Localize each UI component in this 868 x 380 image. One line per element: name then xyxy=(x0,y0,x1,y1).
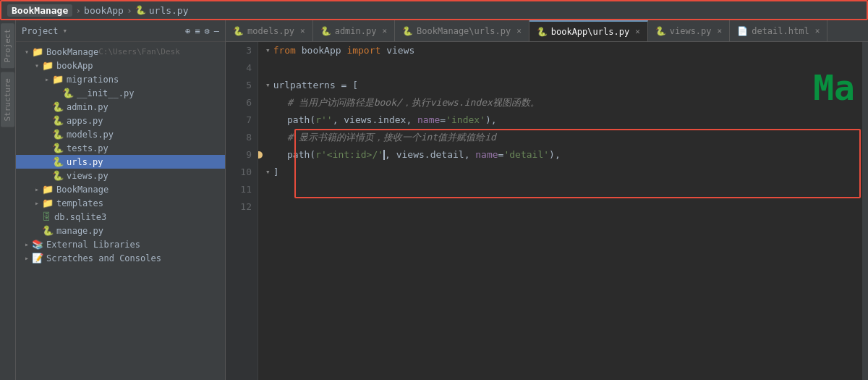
tab-label-ba-urls: bookApp\urls.py xyxy=(551,27,629,37)
tab-close-models[interactable]: ✕ xyxy=(300,26,305,35)
comment-6: # 当用户访问路径是book/，执行views.index视图函数。 xyxy=(287,94,540,111)
views-index: views.index xyxy=(344,111,406,129)
arrow-bookmanage: ▾ xyxy=(22,48,32,56)
code-line-8: # 显示书籍的详情页，接收一个int值并赋值给id xyxy=(265,129,862,146)
tree-item-bookapp[interactable]: ▾ 📁 bookApp xyxy=(16,59,225,72)
tab-label-views: views.py xyxy=(670,26,712,36)
views-detail: views.detail xyxy=(396,146,464,164)
space-3 xyxy=(380,42,386,59)
breadcrumb-bookmanage[interactable]: BookManage xyxy=(7,4,72,17)
tree-item-models[interactable]: 🐍 models.py xyxy=(16,127,225,141)
tree-item-apps[interactable]: 🐍 apps.py xyxy=(16,114,225,127)
tree-item-manage[interactable]: 🐍 manage.py xyxy=(16,224,225,237)
tree-item-templates[interactable]: ▸ 📁 templates xyxy=(16,196,225,210)
structure-tab[interactable]: Structure xyxy=(1,72,14,127)
equals: = xyxy=(336,77,352,94)
arrow-migrations: ▸ xyxy=(42,75,52,83)
tab-models[interactable]: 🐍 models.py ✕ xyxy=(226,20,313,41)
tab-close-bm-urls[interactable]: ✕ xyxy=(516,26,522,35)
tab-icon-bm-urls: 🐍 xyxy=(402,26,413,36)
scratches-icon: 📝 xyxy=(32,253,43,263)
label-urls: urls.py xyxy=(67,157,103,167)
eq-9: = xyxy=(498,146,504,164)
tree-item-migrations[interactable]: ▸ 📁 migrations xyxy=(16,72,225,86)
editor-area: 🐍 models.py ✕ 🐍 admin.py ✕ 🐍 BookManage\… xyxy=(226,20,868,380)
comma-9b: , xyxy=(464,146,476,164)
tree-item-bookmanage-root[interactable]: ▾ 📁 BookManage C:\Users\Fan\Desk xyxy=(16,45,225,59)
tab-close-views[interactable]: ✕ xyxy=(718,26,723,35)
breadcrumb-urls[interactable]: urls.py xyxy=(149,5,189,16)
sidebar: Project ▾ ⊕ ≡ ⚙ — ▾ 📁 BookManage C:\User… xyxy=(16,20,226,380)
settings-icon[interactable]: ⚙ xyxy=(205,26,210,36)
folder-icon-bookmanage-sub: 📁 xyxy=(42,184,54,195)
tab-admin[interactable]: 🐍 admin.py ✕ xyxy=(313,20,395,41)
ma-logo: Ma xyxy=(813,67,855,108)
breadcrumb-bookapp[interactable]: bookApp xyxy=(84,5,124,16)
py-icon-views: 🐍 xyxy=(52,170,64,181)
tree-item-scratches[interactable]: ▸ 📝 Scratches and Consoles xyxy=(16,251,225,265)
line-num-8: 8 xyxy=(231,129,252,146)
collapse-icon[interactable]: ≡ xyxy=(195,26,200,36)
scrollbar[interactable] xyxy=(862,42,868,380)
tab-icon-detail: 📄 xyxy=(737,26,748,36)
code-line-7: path ( r'' , views.index , name = 'index… xyxy=(265,111,862,129)
tree-item-urls[interactable]: 🐍 urls.py xyxy=(16,155,225,169)
tree-item-views[interactable]: 🐍 views.py xyxy=(16,169,225,182)
fold-arrow-3: ▾ xyxy=(265,42,271,59)
tab-icon-views: 🐍 xyxy=(655,26,666,36)
py-icon-manage: 🐍 xyxy=(42,225,54,236)
str-int-id: r'<int:id>/' xyxy=(315,146,383,164)
space-2 xyxy=(341,42,347,59)
breadcrumb-sep-2: › xyxy=(127,5,132,16)
label-templates: templates xyxy=(56,198,103,208)
path-bookmanage: C:\Users\Fan\Desk xyxy=(98,47,180,56)
project-tab[interactable]: Project xyxy=(1,23,14,68)
open-bracket: [ xyxy=(352,77,358,94)
tab-label-admin: admin.py xyxy=(335,26,377,36)
arrow-templates: ▸ xyxy=(32,199,42,207)
tab-bookmanage-urls[interactable]: 🐍 BookManage\urls.py ✕ xyxy=(395,20,529,41)
arrow-external-libs: ▸ xyxy=(22,240,32,248)
folder-icon-templates: 📁 xyxy=(42,198,54,208)
arrow-bookmanage-sub: ▸ xyxy=(32,185,42,193)
py-icon-apps: 🐍 xyxy=(52,115,64,126)
code-editor[interactable]: 3 4 5 6 7 8 9 10 11 12 ▾ from xyxy=(226,42,868,380)
paren-open-7: ( xyxy=(310,111,315,129)
tree-item-admin[interactable]: 🐍 admin.py xyxy=(16,100,225,114)
label-db: db.sqlite3 xyxy=(54,212,106,222)
vertical-tabs: Project Structure xyxy=(0,20,16,380)
tab-close-admin[interactable]: ✕ xyxy=(382,26,387,35)
label-migrations: migrations xyxy=(67,75,119,85)
file-icon: 🐍 xyxy=(135,5,146,15)
line-num-6: 6 xyxy=(231,94,252,111)
paren-open-9: ( xyxy=(310,146,315,164)
tree-item-init[interactable]: 🐍 __init__.py xyxy=(16,86,225,100)
tab-detail-html[interactable]: 📄 detail.html ✕ xyxy=(730,20,827,41)
code-line-6: # 当用户访问路径是book/，执行views.index视图函数。 xyxy=(265,94,862,111)
tab-views[interactable]: 🐍 views.py ✕ xyxy=(648,20,730,41)
locate-icon[interactable]: ⊕ xyxy=(185,26,190,36)
tab-close-detail[interactable]: ✕ xyxy=(815,26,820,35)
code-line-3: ▾ from bookApp import views xyxy=(265,42,862,59)
tree-item-tests[interactable]: 🐍 tests.py xyxy=(16,141,225,155)
tree-item-external-libs[interactable]: ▸ 📚 External Libraries xyxy=(16,237,225,251)
tab-bookapp-urls[interactable]: 🐍 bookApp\urls.py ✕ xyxy=(529,20,648,41)
module-bookapp: bookApp xyxy=(302,42,341,59)
path-func-9: path xyxy=(287,146,310,164)
line-num-3: 3 xyxy=(231,42,252,59)
import-views: views xyxy=(386,42,414,59)
tab-close-ba-urls[interactable]: ✕ xyxy=(635,27,640,36)
line-num-11: 11 xyxy=(231,181,252,198)
arrow-bookapp: ▾ xyxy=(32,62,42,69)
tab-label-detail: detail.html xyxy=(752,26,809,36)
code-line-12 xyxy=(265,198,862,216)
minimize-icon[interactable]: — xyxy=(214,26,219,36)
label-bookapp: bookApp xyxy=(56,61,93,71)
tree-item-db[interactable]: 🗄 db.sqlite3 xyxy=(16,210,225,224)
project-dropdown[interactable]: ▾ xyxy=(63,26,68,35)
close-paren-7: ), xyxy=(485,111,497,129)
yellow-dot-9 xyxy=(258,151,263,159)
tree-item-bookmanage-sub[interactable]: ▸ 📁 BookManage xyxy=(16,182,225,196)
label-admin: admin.py xyxy=(67,102,109,112)
str-detail: 'detail' xyxy=(503,146,549,164)
